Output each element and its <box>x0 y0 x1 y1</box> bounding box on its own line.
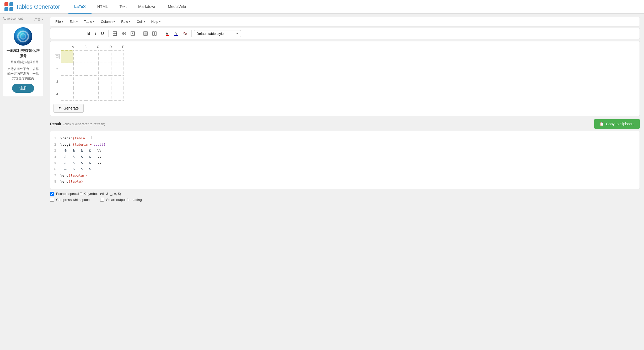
expand-button[interactable] <box>120 30 128 37</box>
escape-checkbox[interactable] <box>50 192 54 196</box>
ad-description: 支持多海外平台、多样式一键内容发布，一站式管理你的主页 <box>6 67 40 81</box>
cell-1-b[interactable] <box>73 50 86 63</box>
compress-checkbox[interactable] <box>50 198 54 202</box>
align-center-button[interactable] <box>62 30 71 37</box>
fill-color-button[interactable] <box>172 30 180 37</box>
bold-button[interactable]: B <box>85 30 93 37</box>
svg-rect-10 <box>55 35 58 35</box>
cell-2-d[interactable] <box>99 63 111 75</box>
smart-label: Smart output formatting <box>106 198 142 202</box>
ad-cta-button[interactable]: 注册 <box>12 84 34 93</box>
code-line-7: 7 \end{tabular} <box>52 172 635 179</box>
tab-latex[interactable]: LaTeX <box>68 0 92 14</box>
row-header-2: 2 <box>53 67 61 71</box>
svg-rect-29 <box>144 32 147 35</box>
align-left-button[interactable] <box>53 30 62 37</box>
alignment-group <box>53 30 83 37</box>
no-color-button[interactable] <box>181 30 189 37</box>
cell-3-b[interactable] <box>73 75 86 88</box>
code-content: \begin <box>60 141 73 147</box>
cell-1-e[interactable] <box>111 50 124 63</box>
main-layout: Advertisement 广告 × <box>0 14 644 350</box>
cell-1-c[interactable] <box>86 50 99 63</box>
split-button[interactable] <box>150 30 159 37</box>
text-color-button[interactable]: A <box>163 30 171 37</box>
cell-4-c[interactable] <box>86 88 99 101</box>
help-menu[interactable]: Help ▾ <box>148 18 164 25</box>
merge-group <box>141 30 161 37</box>
code-line-2: 2 \begin{tabular}{lllll} <box>52 141 635 148</box>
line-number: 4 <box>52 154 60 160</box>
col-header-a: A <box>67 45 79 50</box>
table-style-select[interactable]: Default table style Booktabs No borders … <box>194 30 241 37</box>
svg-point-4 <box>14 27 32 46</box>
svg-rect-34 <box>174 35 178 36</box>
line-number: 3 <box>52 148 60 154</box>
cell-2-e[interactable] <box>111 63 124 75</box>
svg-rect-8 <box>55 33 58 33</box>
file-menu[interactable]: File ▾ <box>52 18 66 25</box>
tab-text[interactable]: Text <box>114 0 133 14</box>
cell-3-a[interactable] <box>61 75 73 88</box>
align-right-button[interactable] <box>72 30 81 37</box>
cell-3-e[interactable] <box>111 75 124 88</box>
all-borders-button[interactable] <box>111 30 119 37</box>
table-menu[interactable]: Table ▾ <box>81 18 97 25</box>
line-number: 6 <box>52 167 60 172</box>
cell-1-d[interactable] <box>99 50 111 63</box>
col-header-c: C <box>92 45 104 50</box>
header: Tables Generator LaTeX HTML Text Markdow… <box>0 0 644 14</box>
table-row: 4 <box>53 88 130 101</box>
code-content: \end <box>60 178 68 184</box>
compress-label: Compress whitespace <box>56 198 90 202</box>
cell-2-a[interactable] <box>61 63 73 75</box>
tab-html[interactable]: HTML <box>92 0 114 14</box>
cell-4-b[interactable] <box>73 88 86 101</box>
cell-1-a[interactable] <box>61 50 73 63</box>
svg-rect-22 <box>122 32 124 33</box>
code-line-4: 4 & & & & \\ <box>52 154 635 160</box>
svg-rect-30 <box>153 32 154 35</box>
ad-logo-image <box>14 27 32 46</box>
svg-rect-17 <box>74 34 79 34</box>
code-content: \end <box>60 172 68 178</box>
cell-4-d[interactable] <box>99 88 111 101</box>
line-number: 8 <box>52 179 60 185</box>
cell-4-a[interactable] <box>61 88 73 101</box>
logo-area: Tables Generator <box>4 2 60 12</box>
line-number: 7 <box>52 173 60 179</box>
cell-3-d[interactable] <box>99 75 111 88</box>
cell-3-c[interactable] <box>86 75 99 88</box>
result-label: Result (click "Generate" to refresh) <box>50 122 105 126</box>
table-grid: A B C D E <box>53 45 130 101</box>
ad-close-button[interactable]: 广告 × <box>34 17 43 22</box>
grid-rows: 2 3 <box>53 50 130 101</box>
code-line-8: 8 \end{table} <box>52 178 635 185</box>
edit-menu[interactable]: Edit ▾ <box>67 18 80 25</box>
col-header-e: E <box>117 45 130 50</box>
merge-button[interactable] <box>141 30 150 37</box>
column-menu[interactable]: Column ▾ <box>98 18 118 25</box>
italic-button[interactable]: I <box>93 30 98 37</box>
col-header-d: D <box>104 45 117 50</box>
escape-label: Escape special TeX symbols (%, &, _, #, … <box>56 192 121 196</box>
tab-mediawiki[interactable]: MediaWiki <box>162 0 192 14</box>
options-area: Escape special TeX symbols (%, &, _, #, … <box>50 189 640 204</box>
code-line-1: 1 \begin{table} <box>52 135 635 141</box>
cell-menu[interactable]: Cell ▾ <box>134 18 148 25</box>
svg-rect-3 <box>9 7 13 11</box>
cell-2-c[interactable] <box>86 63 99 75</box>
cell-2-b[interactable] <box>73 63 86 75</box>
toolbar: B I U <box>50 28 640 39</box>
cell-4-e[interactable] <box>111 88 124 101</box>
cut-button[interactable] <box>128 30 137 37</box>
generate-button[interactable]: ⚙ Generate <box>53 104 84 113</box>
select-all-button[interactable] <box>55 54 60 59</box>
tab-markdown[interactable]: Markdown <box>132 0 162 14</box>
result-header: Result (click "Generate" to refresh) 📋 C… <box>50 119 640 129</box>
copy-to-clipboard-button[interactable]: 📋 Copy to clipboard <box>594 119 640 129</box>
row-menu[interactable]: Row ▾ <box>118 18 133 25</box>
underline-button[interactable]: U <box>99 30 106 37</box>
smart-checkbox[interactable] <box>100 198 104 202</box>
svg-rect-35 <box>56 56 58 58</box>
